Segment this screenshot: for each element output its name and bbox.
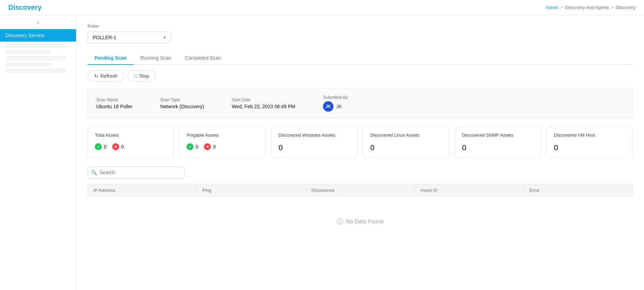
scan-type-value: Network (Discovery) <box>160 104 204 109</box>
breadcrumb-separator-2: > <box>611 5 614 10</box>
card-windows-title: Discovered Windows Assets <box>279 133 350 138</box>
vm-count: 0 <box>554 143 626 152</box>
main-content: Poller POLLER-1 ▾ Pending Scan Running S… <box>76 15 644 290</box>
scan-name-label: Scan Name <box>96 97 132 102</box>
submitted-by-label: Submitted By <box>323 95 348 100</box>
sidebar-collapse-button[interactable]: ^ <box>0 18 76 29</box>
sidebar-blur-3 <box>6 56 66 60</box>
poller-select[interactable]: POLLER-1 ▾ <box>88 32 171 43</box>
stop-button[interactable]: □ Stop <box>127 70 156 82</box>
search-wrapper: 🔍 <box>88 167 185 178</box>
submitted-by-name: JK <box>336 104 342 109</box>
chevron-up-icon: ^ <box>37 21 39 26</box>
snmp-count: 0 <box>462 143 534 152</box>
col-asset-id: Asset ID <box>415 188 524 193</box>
col-ping: Ping <box>197 188 306 193</box>
tab-completed-scan[interactable]: Completed Scan <box>178 52 228 65</box>
card-linux-assets: Discovered Linux Assets 0 <box>363 127 449 158</box>
top-header: Discovery Admin > Discovery And Agents >… <box>0 0 644 15</box>
card-pingable-assets: Pingable Assets ✓ 0 ✕ 0 <box>179 127 265 158</box>
no-data-message: ⓘ No Data Found <box>88 197 633 247</box>
card-vm-title: Discovered VM Host <box>554 133 626 138</box>
info-icon: ⓘ <box>337 218 343 226</box>
sidebar-blur-2 <box>6 50 51 54</box>
breadcrumb: Admin > Discovery And Agents > Discovery <box>545 5 636 10</box>
card-snmp-title: Discovered SNMP Assets <box>462 133 534 138</box>
total-x-count: ✕ 0 <box>112 143 124 150</box>
card-linux-title: Discovered Linux Assets <box>370 133 442 138</box>
scan-type-label: Scan Type <box>160 97 204 102</box>
linux-count: 0 <box>370 143 442 152</box>
breadcrumb-separator-1: > <box>560 5 563 10</box>
action-buttons: ↻ Refresh □ Stop <box>88 70 633 82</box>
card-windows-assets: Discovered Windows Assets 0 <box>271 127 357 158</box>
col-discovered: Discovered <box>306 188 415 193</box>
start-date-label: Start Date <box>232 97 295 102</box>
windows-count: 0 <box>279 143 350 152</box>
submitted-by-item: Submitted By JK JK <box>323 95 348 112</box>
total-check-count: ✓ 0 <box>95 143 107 150</box>
tabs-container: Pending Scan Running Scan Completed Scan <box>88 52 633 65</box>
card-snmp-assets: Discovered SNMP Assets 0 <box>455 127 541 158</box>
tab-pending-scan[interactable]: Pending Scan <box>88 52 134 65</box>
card-total-counts: ✓ 0 ✕ 0 <box>95 143 166 150</box>
scan-info-row: Scan Name Ubuntu 18 Poller Scan Type Net… <box>88 88 633 118</box>
card-pingable-counts: ✓ 0 ✕ 0 <box>187 143 258 150</box>
sidebar: ^ Discovery Service <box>0 15 76 290</box>
sidebar-blur-4 <box>6 62 51 67</box>
no-data-text: No Data Found <box>346 219 384 225</box>
start-date-item: Start Date Wed, Feb 22, 2023 06:49 PM <box>232 97 295 109</box>
refresh-icon: ↻ <box>94 73 98 79</box>
col-error: Error <box>524 188 633 193</box>
start-date-value: Wed, Feb 22, 2023 06:49 PM <box>232 104 295 109</box>
check-icon: ✓ <box>95 143 102 150</box>
sidebar-item-discovery-service[interactable]: Discovery Service <box>0 29 76 42</box>
card-pingable-title: Pingable Assets <box>187 133 258 138</box>
x-icon: ✕ <box>112 143 119 150</box>
x-icon: ✕ <box>204 143 211 150</box>
card-total-assets: Total Assets ✓ 0 ✕ 0 <box>88 127 174 158</box>
table-section: IP Address Ping Discovered Asset ID Erro… <box>88 184 633 247</box>
search-input[interactable] <box>88 167 185 178</box>
chevron-down-icon: ▾ <box>164 35 166 40</box>
app-title: Discovery <box>8 3 42 11</box>
avatar: JK <box>323 101 333 112</box>
tab-running-scan[interactable]: Running Scan <box>134 52 178 65</box>
breadcrumb-admin[interactable]: Admin <box>545 5 558 10</box>
check-icon: ✓ <box>187 143 193 150</box>
refresh-button[interactable]: ↻ Refresh <box>88 70 124 82</box>
layout: ^ Discovery Service Poller POLLER-1 ▾ Pe… <box>0 15 644 290</box>
card-total-title: Total Assets <box>95 133 166 138</box>
scan-name-value: Ubuntu 18 Poller <box>96 104 132 109</box>
scan-type-item: Scan Type Network (Discovery) <box>160 97 204 109</box>
submitted-by-inner: JK JK <box>323 101 348 112</box>
poller-label: Poller <box>88 24 633 29</box>
scan-name-item: Scan Name Ubuntu 18 Poller <box>96 97 132 109</box>
breadcrumb-discovery-agents[interactable]: Discovery And Agents <box>565 5 609 10</box>
breadcrumb-discovery: Discovery <box>616 5 636 10</box>
stop-label: Stop <box>139 73 149 79</box>
pingable-check-count: ✓ 0 <box>187 143 198 150</box>
sidebar-blur-1 <box>6 44 66 48</box>
asset-cards-container: Total Assets ✓ 0 ✕ 0 Pingable Assets <box>88 127 633 158</box>
stop-icon: □ <box>134 73 137 79</box>
sidebar-blur-5 <box>6 69 66 73</box>
card-vm-host: Discovered VM Host 0 <box>547 127 633 158</box>
search-icon: 🔍 <box>91 170 97 175</box>
refresh-label: Refresh <box>100 73 117 79</box>
table-header: IP Address Ping Discovered Asset ID Erro… <box>88 184 633 197</box>
col-ip-address: IP Address <box>88 188 197 193</box>
poller-value: POLLER-1 <box>93 35 116 40</box>
pingable-x-count: ✕ 0 <box>204 143 216 150</box>
